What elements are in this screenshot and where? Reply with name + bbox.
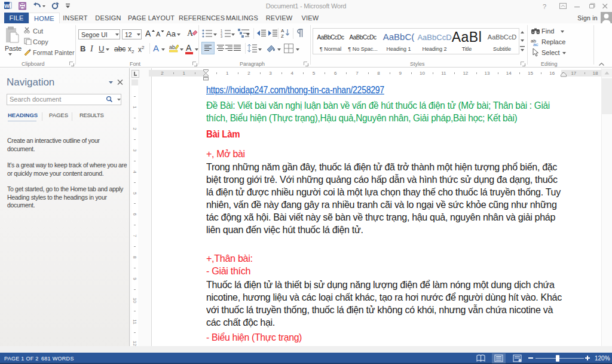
- svg-text:W: W: [4, 3, 10, 9]
- svg-text:?: ?: [543, 3, 546, 10]
- svg-text:Z: Z: [281, 33, 284, 38]
- svg-text:ac: ac: [533, 42, 538, 46]
- svg-text:ab: ab: [169, 44, 175, 50]
- svg-text:3: 3: [221, 35, 222, 38]
- svg-text:A: A: [281, 28, 284, 33]
- svg-text:A: A: [145, 29, 151, 38]
- svg-text:A: A: [156, 30, 161, 38]
